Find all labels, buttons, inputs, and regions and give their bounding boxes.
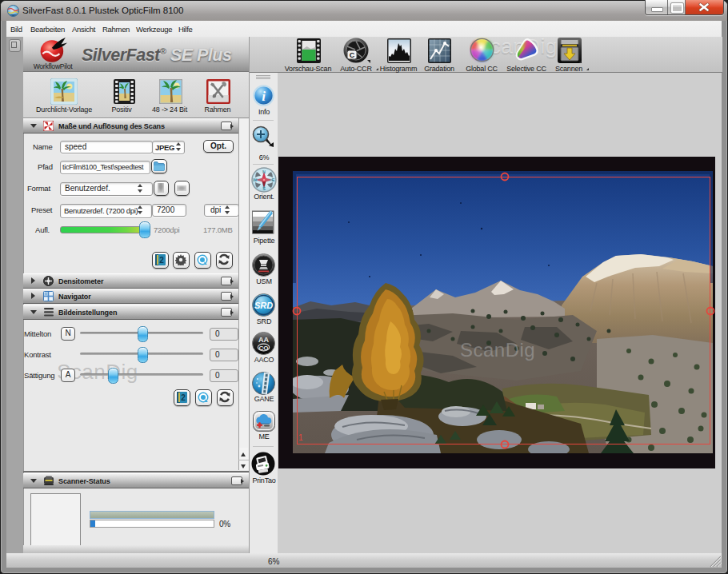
svg-text:SRD: SRD [254, 301, 273, 310]
svg-text:AA: AA [258, 336, 269, 344]
svg-text:E: E [272, 177, 275, 182]
svg-text:W: W [253, 177, 258, 182]
svg-text:CO: CO [259, 345, 269, 352]
svg-text:C: C [350, 51, 355, 59]
svg-text:S: S [262, 186, 266, 191]
svg-text:N: N [262, 169, 266, 174]
svg-text:2: 2 [181, 393, 186, 402]
svg-text:i: i [262, 89, 266, 104]
svg-text:2: 2 [159, 256, 164, 265]
